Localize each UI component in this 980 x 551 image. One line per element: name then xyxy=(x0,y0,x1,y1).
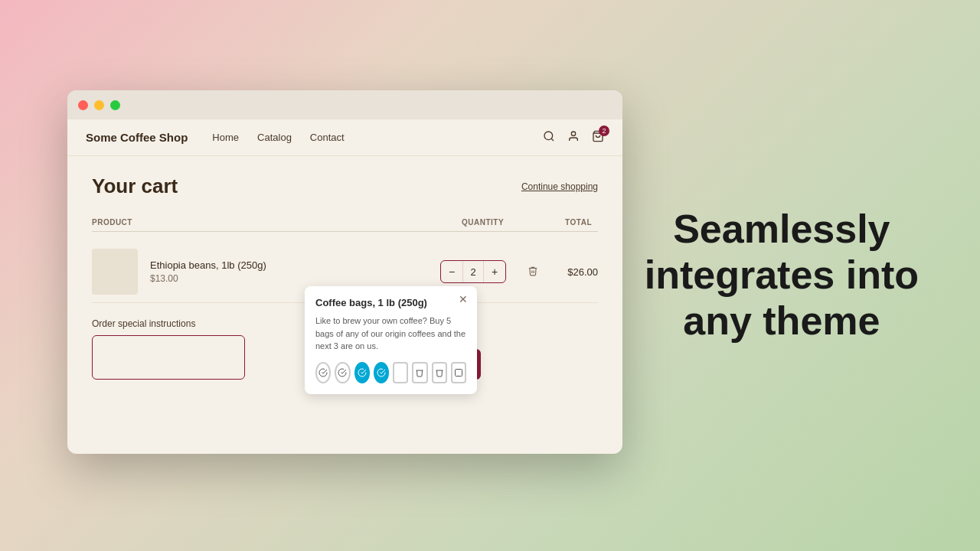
quantity-control: − 2 + xyxy=(440,260,506,283)
cart-icon[interactable]: 2 xyxy=(592,130,604,145)
item-total: $26.00 xyxy=(560,266,598,278)
tooltip-popup: ✕ Coffee bags, 1 lb (250g) Like to brew … xyxy=(305,286,477,394)
page-title: Your cart xyxy=(92,174,178,198)
tooltip-text: Like to brew your own coffee? Buy 5 bags… xyxy=(315,315,466,353)
svg-point-1 xyxy=(571,132,575,135)
item-price: $13.00 xyxy=(150,273,440,284)
instructions-input[interactable] xyxy=(92,335,245,380)
svg-point-0 xyxy=(544,132,553,140)
page-header: Your cart Continue shopping xyxy=(92,174,598,198)
title-bar xyxy=(67,90,622,119)
maximize-dot[interactable] xyxy=(110,100,120,110)
minimize-dot[interactable] xyxy=(94,100,104,110)
search-icon[interactable] xyxy=(543,130,555,145)
tooltip-icon-8[interactable] xyxy=(451,362,466,383)
nav-links: Home Catalog Contact xyxy=(212,132,543,143)
tagline-line3: any theme xyxy=(645,298,919,344)
tooltip-icon-2[interactable] xyxy=(335,362,350,383)
svg-rect-3 xyxy=(455,369,462,376)
tooltip-icon-6[interactable] xyxy=(412,362,427,383)
quantity-increase-btn[interactable]: + xyxy=(484,261,505,282)
continue-shopping-link[interactable]: Continue shopping xyxy=(521,181,598,192)
tagline-line1: Seamlessly xyxy=(645,207,919,253)
quantity-value: 2 xyxy=(462,261,484,282)
delete-item-btn[interactable] xyxy=(524,262,541,282)
tooltip-icon-5[interactable] xyxy=(393,362,408,383)
tagline-line2: integrates into xyxy=(645,253,919,298)
browser-window: Some Coffee Shop Home Catalog Contact xyxy=(67,90,622,454)
item-info: Ethiopia beans, 1lb (250g) $13.00 xyxy=(150,259,440,284)
page-content: Your cart Continue shopping PRODUCT QUAN… xyxy=(67,156,622,401)
col-total: TOTAL xyxy=(565,218,592,227)
item-image xyxy=(92,249,138,295)
cart-table-header: PRODUCT QUANTITY TOTAL xyxy=(92,214,598,232)
nav-icons: 2 xyxy=(543,130,604,145)
tooltip-title: Coffee bags, 1 lb (250g) xyxy=(315,297,466,308)
account-icon[interactable] xyxy=(567,130,580,145)
nav-contact[interactable]: Contact xyxy=(310,132,345,143)
item-name: Ethiopia beans, 1lb (250g) xyxy=(150,259,440,271)
nav-catalog[interactable]: Catalog xyxy=(257,132,292,143)
col-product: PRODUCT xyxy=(92,218,132,227)
right-tagline: Seamlessly integrates into any theme xyxy=(645,207,919,344)
tooltip-icon-1[interactable] xyxy=(315,362,331,383)
tooltip-icons xyxy=(315,362,466,383)
nav-bar: Some Coffee Shop Home Catalog Contact xyxy=(67,119,622,156)
tooltip-icon-4[interactable] xyxy=(374,362,389,383)
tooltip-icon-7[interactable] xyxy=(432,362,447,383)
tooltip-close-btn[interactable]: ✕ xyxy=(459,294,468,305)
cart-badge: 2 xyxy=(599,126,609,136)
quantity-decrease-btn[interactable]: − xyxy=(441,261,462,282)
close-dot[interactable] xyxy=(78,100,88,110)
nav-home[interactable]: Home xyxy=(212,132,239,143)
col-quantity: QUANTITY xyxy=(462,218,504,227)
tooltip-icon-3[interactable] xyxy=(354,362,370,383)
brand-name: Some Coffee Shop xyxy=(86,131,188,144)
